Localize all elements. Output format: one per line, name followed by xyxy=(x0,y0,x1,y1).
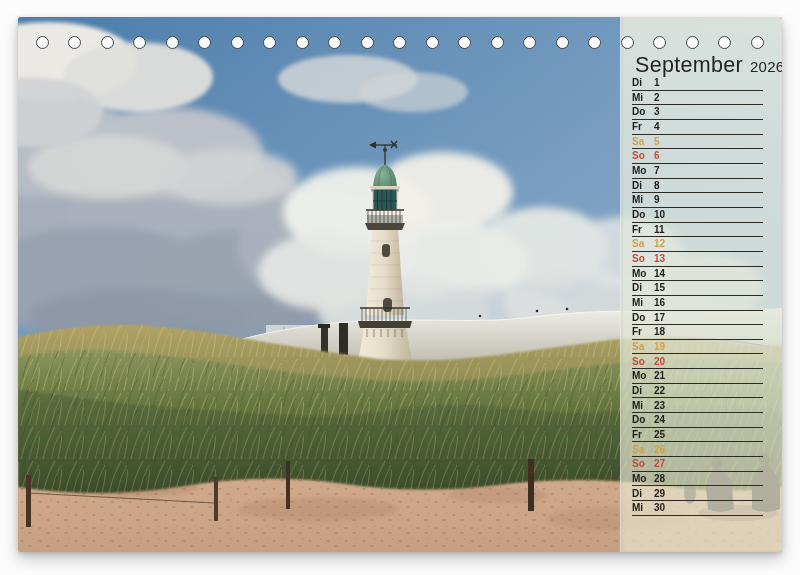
weekday-label: Mi xyxy=(632,298,654,308)
day-number: 5 xyxy=(654,137,660,147)
weekday-label: Sa xyxy=(632,137,654,147)
binding-hole xyxy=(653,36,666,49)
day-number: 9 xyxy=(654,195,660,205)
day-number: 13 xyxy=(654,254,665,264)
weekday-label: Sa xyxy=(632,239,654,249)
weekday-label: Fr xyxy=(632,225,654,235)
binding-hole xyxy=(393,36,406,49)
weekday-label: Fr xyxy=(632,327,654,337)
binding-hole xyxy=(426,36,439,49)
binding-hole xyxy=(296,36,309,49)
binding-hole xyxy=(718,36,731,49)
day-number: 3 xyxy=(654,107,660,117)
year-title: 2026 xyxy=(750,58,782,75)
day-row-11: Fr11 xyxy=(632,223,763,238)
day-number: 28 xyxy=(654,474,665,484)
weekday-label: Mi xyxy=(632,503,654,513)
day-row-26: Sa26 xyxy=(632,442,763,457)
day-number: 11 xyxy=(654,225,665,235)
month-title: September xyxy=(635,53,743,77)
day-number: 4 xyxy=(654,122,660,132)
binding-hole xyxy=(68,36,81,49)
day-number: 26 xyxy=(654,445,665,455)
day-row-29: Di29 xyxy=(632,486,763,501)
binding-hole xyxy=(231,36,244,49)
weekday-label: So xyxy=(632,459,654,469)
day-number: 27 xyxy=(654,459,665,469)
page-title: September2026 xyxy=(635,53,782,78)
day-row-3: Do3 xyxy=(632,105,763,120)
day-number: 24 xyxy=(654,415,665,425)
binding-hole xyxy=(686,36,699,49)
day-row-8: Di8 xyxy=(632,179,763,194)
day-number: 7 xyxy=(654,166,660,176)
weekday-label: Sa xyxy=(632,445,654,455)
weekday-label: So xyxy=(632,357,654,367)
day-row-9: Mi9 xyxy=(632,193,763,208)
day-row-2: Mi2 xyxy=(632,91,763,106)
weekday-label: Di xyxy=(632,489,654,499)
day-row-28: Mo28 xyxy=(632,472,763,487)
weekday-label: Do xyxy=(632,313,654,323)
day-row-23: Mi23 xyxy=(632,398,763,413)
day-row-22: Di22 xyxy=(632,384,763,399)
day-number: 8 xyxy=(654,181,660,191)
day-number: 20 xyxy=(654,357,665,367)
binding-hole xyxy=(588,36,601,49)
binding-hole xyxy=(328,36,341,49)
binding-hole xyxy=(621,36,634,49)
binding-hole xyxy=(133,36,146,49)
binding-hole xyxy=(166,36,179,49)
binding-hole xyxy=(198,36,211,49)
day-row-16: Mi16 xyxy=(632,296,763,311)
day-row-18: Fr18 xyxy=(632,325,763,340)
day-number: 29 xyxy=(654,489,665,499)
binding-hole xyxy=(101,36,114,49)
day-number: 23 xyxy=(654,401,665,411)
backdrop: { "calendar": { "month": "September", "y… xyxy=(0,0,800,575)
binding-hole xyxy=(263,36,276,49)
day-row-25: Fr25 xyxy=(632,428,763,443)
weekday-label: Di xyxy=(632,181,654,191)
weekday-label: Mi xyxy=(632,195,654,205)
weekday-label: Di xyxy=(632,283,654,293)
day-list: Di1Mi2Do3Fr4Sa5So6Mo7Di8Mi9Do10Fr11Sa12S… xyxy=(632,76,763,516)
weekday-label: Mo xyxy=(632,474,654,484)
weekday-label: Mo xyxy=(632,269,654,279)
day-row-14: Mo14 xyxy=(632,267,763,282)
day-number: 18 xyxy=(654,327,665,337)
day-row-13: So13 xyxy=(632,252,763,267)
day-row-17: Do17 xyxy=(632,311,763,326)
day-row-27: So27 xyxy=(632,457,763,472)
day-row-15: Di15 xyxy=(632,281,763,296)
day-row-6: So6 xyxy=(632,149,763,164)
day-row-7: Mo7 xyxy=(632,164,763,179)
weekday-label: Sa xyxy=(632,342,654,352)
day-row-30: Mi30 xyxy=(632,501,763,516)
binding-hole xyxy=(751,36,764,49)
day-number: 12 xyxy=(654,239,665,249)
weekday-label: So xyxy=(632,151,654,161)
day-number: 1 xyxy=(654,78,660,88)
day-number: 6 xyxy=(654,151,660,161)
weekday-label: Mo xyxy=(632,166,654,176)
day-number: 21 xyxy=(654,371,665,381)
day-number: 2 xyxy=(654,93,660,103)
binding-hole xyxy=(523,36,536,49)
day-row-24: Do24 xyxy=(632,413,763,428)
day-row-1: Di1 xyxy=(632,76,763,91)
weekday-label: Fr xyxy=(632,122,654,132)
weekday-label: Do xyxy=(632,415,654,425)
date-panel: September2026 Di1Mi2Do3Fr4Sa5So6Mo7Di8Mi… xyxy=(620,17,782,552)
weekday-label: Do xyxy=(632,210,654,220)
weekday-label: Di xyxy=(632,78,654,88)
calendar-page: September2026 Di1Mi2Do3Fr4Sa5So6Mo7Di8Mi… xyxy=(18,17,782,552)
weekday-label: Di xyxy=(632,386,654,396)
day-row-12: Sa12 xyxy=(632,237,763,252)
day-number: 16 xyxy=(654,298,665,308)
day-row-21: Mo21 xyxy=(632,369,763,384)
day-number: 10 xyxy=(654,210,665,220)
weekday-label: So xyxy=(632,254,654,264)
day-row-19: Sa19 xyxy=(632,340,763,355)
day-number: 30 xyxy=(654,503,665,513)
